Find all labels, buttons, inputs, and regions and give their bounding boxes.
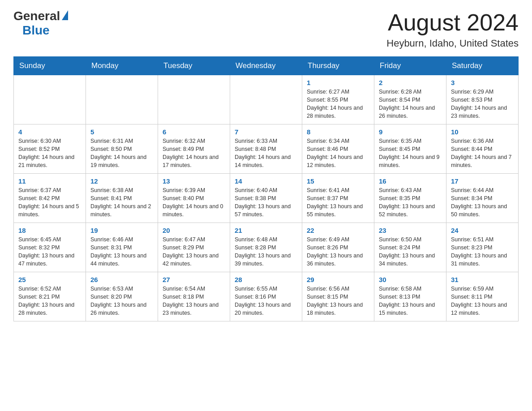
weekday-header-row: Sunday Monday Tuesday Wednesday Thursday… xyxy=(14,57,519,75)
table-row: 15Sunrise: 6:41 AM Sunset: 8:37 PM Dayli… xyxy=(302,174,374,223)
table-row xyxy=(230,75,302,124)
day-number: 24 xyxy=(451,227,514,234)
day-info: Sunrise: 6:44 AM Sunset: 8:34 PM Dayligh… xyxy=(451,186,514,219)
day-info: Sunrise: 6:53 AM Sunset: 8:20 PM Dayligh… xyxy=(90,285,153,317)
table-row: 13Sunrise: 6:39 AM Sunset: 8:40 PM Dayli… xyxy=(158,174,230,223)
day-info: Sunrise: 6:27 AM Sunset: 8:55 PM Dayligh… xyxy=(307,88,369,120)
day-info: Sunrise: 6:45 AM Sunset: 8:32 PM Dayligh… xyxy=(18,235,81,268)
table-row: 2Sunrise: 6:28 AM Sunset: 8:54 PM Daylig… xyxy=(374,75,446,124)
table-row: 5Sunrise: 6:31 AM Sunset: 8:50 PM Daylig… xyxy=(86,124,158,174)
day-number: 8 xyxy=(307,128,369,136)
day-info: Sunrise: 6:55 AM Sunset: 8:16 PM Dayligh… xyxy=(235,285,297,317)
page-header: General Blue August 2024 Heyburn, Idaho,… xyxy=(13,9,519,49)
table-row xyxy=(14,75,86,124)
month-title: August 2024 xyxy=(386,9,519,36)
day-number: 3 xyxy=(451,79,514,86)
calendar-week-row: 11Sunrise: 6:37 AM Sunset: 8:42 PM Dayli… xyxy=(14,174,519,223)
day-info: Sunrise: 6:31 AM Sunset: 8:50 PM Dayligh… xyxy=(90,137,153,170)
table-row: 16Sunrise: 6:43 AM Sunset: 8:35 PM Dayli… xyxy=(374,174,446,223)
day-info: Sunrise: 6:49 AM Sunset: 8:26 PM Dayligh… xyxy=(307,235,369,268)
table-row: 28Sunrise: 6:55 AM Sunset: 8:16 PM Dayli… xyxy=(230,272,302,321)
day-number: 28 xyxy=(235,276,297,283)
header-thursday: Thursday xyxy=(302,57,374,75)
day-info: Sunrise: 6:28 AM Sunset: 8:54 PM Dayligh… xyxy=(379,88,442,120)
table-row: 3Sunrise: 6:29 AM Sunset: 8:53 PM Daylig… xyxy=(446,75,519,124)
day-info: Sunrise: 6:33 AM Sunset: 8:48 PM Dayligh… xyxy=(235,137,297,170)
day-number: 21 xyxy=(235,227,297,234)
day-number: 16 xyxy=(379,177,442,185)
table-row: 20Sunrise: 6:47 AM Sunset: 8:29 PM Dayli… xyxy=(158,223,230,272)
day-number: 17 xyxy=(451,177,514,185)
day-number: 2 xyxy=(379,79,442,86)
day-info: Sunrise: 6:40 AM Sunset: 8:38 PM Dayligh… xyxy=(235,186,297,219)
day-info: Sunrise: 6:43 AM Sunset: 8:35 PM Dayligh… xyxy=(379,186,442,219)
day-number: 30 xyxy=(379,276,442,283)
header-friday: Friday xyxy=(374,57,446,75)
day-number: 22 xyxy=(307,227,369,234)
day-number: 31 xyxy=(451,276,514,283)
day-info: Sunrise: 6:32 AM Sunset: 8:49 PM Dayligh… xyxy=(163,137,225,170)
day-info: Sunrise: 6:52 AM Sunset: 8:21 PM Dayligh… xyxy=(18,285,81,317)
day-info: Sunrise: 6:34 AM Sunset: 8:46 PM Dayligh… xyxy=(307,137,369,170)
table-row: 14Sunrise: 6:40 AM Sunset: 8:38 PM Dayli… xyxy=(230,174,302,223)
day-number: 27 xyxy=(163,276,225,283)
day-info: Sunrise: 6:38 AM Sunset: 8:41 PM Dayligh… xyxy=(90,186,153,219)
day-info: Sunrise: 6:37 AM Sunset: 8:42 PM Dayligh… xyxy=(18,186,81,219)
day-number: 14 xyxy=(235,177,297,185)
table-row: 12Sunrise: 6:38 AM Sunset: 8:41 PM Dayli… xyxy=(86,174,158,223)
day-info: Sunrise: 6:54 AM Sunset: 8:18 PM Dayligh… xyxy=(163,285,225,317)
day-number: 25 xyxy=(18,276,81,283)
day-number: 11 xyxy=(18,177,81,185)
day-number: 23 xyxy=(379,227,442,234)
day-info: Sunrise: 6:59 AM Sunset: 8:11 PM Dayligh… xyxy=(451,285,514,317)
table-row: 18Sunrise: 6:45 AM Sunset: 8:32 PM Dayli… xyxy=(14,223,86,272)
table-row: 26Sunrise: 6:53 AM Sunset: 8:20 PM Dayli… xyxy=(86,272,158,321)
logo-blue-text: Blue xyxy=(22,23,50,37)
title-area: August 2024 Heyburn, Idaho, United State… xyxy=(386,9,519,49)
table-row: 1Sunrise: 6:27 AM Sunset: 8:55 PM Daylig… xyxy=(302,75,374,124)
day-info: Sunrise: 6:36 AM Sunset: 8:44 PM Dayligh… xyxy=(451,137,514,170)
day-info: Sunrise: 6:51 AM Sunset: 8:23 PM Dayligh… xyxy=(451,235,514,268)
table-row: 27Sunrise: 6:54 AM Sunset: 8:18 PM Dayli… xyxy=(158,272,230,321)
day-number: 13 xyxy=(163,177,225,185)
table-row xyxy=(158,75,230,124)
header-sunday: Sunday xyxy=(14,57,86,75)
day-info: Sunrise: 6:35 AM Sunset: 8:45 PM Dayligh… xyxy=(379,137,442,170)
day-number: 12 xyxy=(90,177,153,185)
day-info: Sunrise: 6:29 AM Sunset: 8:53 PM Dayligh… xyxy=(451,88,514,120)
day-number: 18 xyxy=(18,227,81,234)
day-info: Sunrise: 6:39 AM Sunset: 8:40 PM Dayligh… xyxy=(163,186,225,219)
header-tuesday: Tuesday xyxy=(158,57,230,75)
table-row: 24Sunrise: 6:51 AM Sunset: 8:23 PM Dayli… xyxy=(446,223,519,272)
header-saturday: Saturday xyxy=(446,57,519,75)
day-info: Sunrise: 6:50 AM Sunset: 8:24 PM Dayligh… xyxy=(379,235,442,268)
day-info: Sunrise: 6:56 AM Sunset: 8:15 PM Dayligh… xyxy=(307,285,369,317)
table-row: 29Sunrise: 6:56 AM Sunset: 8:15 PM Dayli… xyxy=(302,272,374,321)
day-info: Sunrise: 6:41 AM Sunset: 8:37 PM Dayligh… xyxy=(307,186,369,219)
table-row: 30Sunrise: 6:58 AM Sunset: 8:13 PM Dayli… xyxy=(374,272,446,321)
day-number: 15 xyxy=(307,177,369,185)
logo-triangle-icon xyxy=(62,10,68,20)
table-row: 23Sunrise: 6:50 AM Sunset: 8:24 PM Dayli… xyxy=(374,223,446,272)
day-info: Sunrise: 6:30 AM Sunset: 8:52 PM Dayligh… xyxy=(18,137,81,170)
day-info: Sunrise: 6:48 AM Sunset: 8:28 PM Dayligh… xyxy=(235,235,297,268)
day-info: Sunrise: 6:47 AM Sunset: 8:29 PM Dayligh… xyxy=(163,235,225,268)
day-info: Sunrise: 6:58 AM Sunset: 8:13 PM Dayligh… xyxy=(379,285,442,317)
logo-general-text: General xyxy=(13,9,60,23)
calendar-week-row: 1Sunrise: 6:27 AM Sunset: 8:55 PM Daylig… xyxy=(14,75,519,124)
table-row: 4Sunrise: 6:30 AM Sunset: 8:52 PM Daylig… xyxy=(14,124,86,174)
table-row: 17Sunrise: 6:44 AM Sunset: 8:34 PM Dayli… xyxy=(446,174,519,223)
day-number: 26 xyxy=(90,276,153,283)
table-row: 25Sunrise: 6:52 AM Sunset: 8:21 PM Dayli… xyxy=(14,272,86,321)
day-info: Sunrise: 6:46 AM Sunset: 8:31 PM Dayligh… xyxy=(90,235,153,268)
table-row: 31Sunrise: 6:59 AM Sunset: 8:11 PM Dayli… xyxy=(446,272,519,321)
day-number: 5 xyxy=(90,128,153,136)
day-number: 4 xyxy=(18,128,81,136)
table-row: 8Sunrise: 6:34 AM Sunset: 8:46 PM Daylig… xyxy=(302,124,374,174)
header-wednesday: Wednesday xyxy=(230,57,302,75)
day-number: 19 xyxy=(90,227,153,234)
day-number: 29 xyxy=(307,276,369,283)
logo: General Blue xyxy=(13,9,68,38)
day-number: 6 xyxy=(163,128,225,136)
table-row: 6Sunrise: 6:32 AM Sunset: 8:49 PM Daylig… xyxy=(158,124,230,174)
